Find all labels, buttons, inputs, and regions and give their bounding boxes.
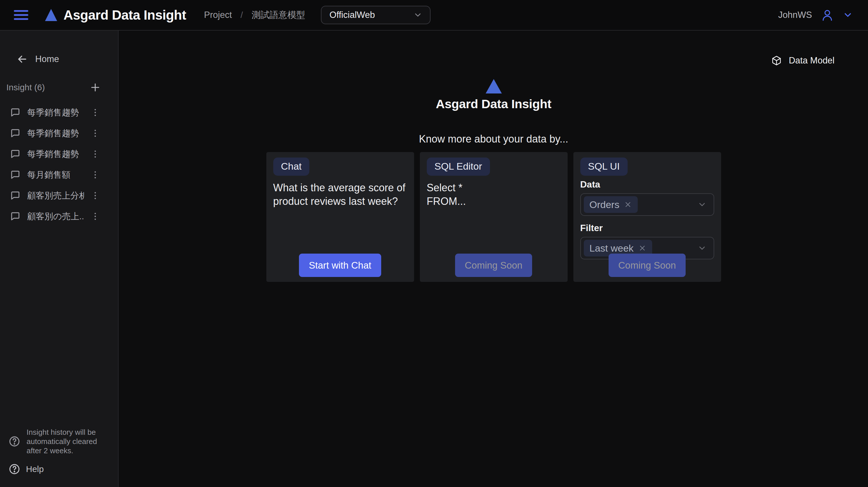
sql-line: FROM... (427, 194, 560, 208)
breadcrumb-page: 測試語意模型 (252, 9, 305, 21)
breadcrumb-project[interactable]: Project (204, 10, 232, 20)
user-name: JohnWS (778, 10, 812, 20)
breadcrumb: Project / 測試語意模型 (204, 9, 305, 21)
sidebar-item-home[interactable]: Home (16, 53, 118, 65)
chat-bubble-icon (10, 128, 21, 139)
kebab-menu-icon[interactable] (90, 212, 100, 221)
user-menu[interactable]: JohnWS (778, 8, 853, 22)
history-note-row: Insight history will be automatically cl… (8, 428, 110, 455)
remove-tag-icon[interactable] (624, 200, 632, 208)
hero: Asgard Data Insight Know more about your… (119, 31, 868, 282)
insight-list: 每季銷售趨勢 每季銷售趨勢 每季銷售趨勢 每月銷售額 顧客別売上分析 顧客別の売… (0, 102, 118, 227)
remove-tag-icon[interactable] (638, 244, 646, 252)
arrow-left-icon (16, 53, 28, 65)
app-logo-triangle-icon (45, 9, 57, 21)
insight-item-label: 顧客別の売上... (27, 210, 84, 222)
chevron-down-icon (843, 10, 853, 20)
chat-bubble-icon (10, 190, 21, 201)
top-navbar: Asgard Data Insight Project / 測試語意模型 Off… (0, 0, 868, 31)
person-icon (821, 8, 834, 22)
question-circle-icon (8, 463, 21, 476)
home-label: Home (35, 54, 59, 64)
sql-editor-coming-soon-button[interactable]: Coming Soon (455, 254, 532, 277)
hamburger-menu-icon[interactable] (14, 9, 28, 21)
sql-ui-coming-soon-button[interactable]: Coming Soon (609, 254, 686, 277)
insight-item-label: 每季銷售趨勢 (27, 148, 84, 160)
chat-bubble-icon (10, 107, 21, 118)
help-button[interactable]: Help (8, 463, 110, 476)
hero-subtitle: Know more about your data by... (119, 133, 868, 145)
data-field-label: Data (580, 179, 714, 190)
insight-item-label: 顧客別売上分析 (27, 190, 84, 202)
insight-list-item[interactable]: 每季銷售趨勢 (0, 102, 118, 123)
insight-list-item[interactable]: 顧客別の売上... (0, 206, 118, 227)
app-title: Asgard Data Insight (63, 7, 186, 23)
insight-list-item[interactable]: 每月銷售額 (0, 164, 118, 185)
chat-bubble-icon (10, 169, 21, 180)
start-with-chat-button[interactable]: Start with Chat (299, 254, 381, 277)
data-tag-label: Orders (590, 199, 620, 210)
card-badge: SQL Editor (427, 158, 490, 176)
card-chat: Chat What is the average score of produc… (266, 152, 414, 282)
project-select-value: OfficialWeb (330, 10, 375, 20)
main-content: Data Model Asgard Data Insight Know more… (119, 31, 868, 487)
project-select[interactable]: OfficialWeb (321, 6, 431, 24)
history-note: Insight history will be automatically cl… (27, 428, 104, 455)
filter-tag-label: Last week (590, 242, 634, 254)
hero-logo-triangle-icon (486, 79, 502, 94)
sidebar-footer: Insight history will be automatically cl… (0, 428, 118, 487)
insight-list-item[interactable]: 每季銷售趨勢 (0, 144, 118, 164)
kebab-menu-icon[interactable] (90, 191, 100, 200)
chat-bubble-icon (10, 149, 21, 160)
chat-example-question: What is the average score of product rev… (273, 181, 406, 208)
chat-bubble-icon (10, 211, 21, 222)
chevron-down-icon (698, 200, 707, 209)
chevron-down-icon (698, 244, 707, 253)
insight-item-label: 每月銷售額 (27, 169, 84, 181)
breadcrumb-separator: / (241, 10, 243, 20)
sql-line: Select * (427, 181, 560, 194)
hero-title: Asgard Data Insight (119, 97, 868, 111)
insight-item-label: 每季銷售趨勢 (27, 107, 84, 119)
option-cards: Chat What is the average score of produc… (119, 152, 868, 282)
question-circle-icon (8, 435, 21, 448)
help-label: Help (26, 464, 44, 474)
insight-count-label: Insight (6) (6, 83, 45, 92)
kebab-menu-icon[interactable] (90, 170, 100, 180)
chevron-down-icon (413, 10, 423, 20)
data-model-button[interactable]: Data Model (771, 55, 835, 66)
insight-item-label: 每季銷售趨勢 (27, 128, 84, 139)
insight-list-item[interactable]: 每季銷售趨勢 (0, 123, 118, 144)
card-badge: Chat (273, 158, 310, 176)
insight-section-header: Insight (6) (6, 82, 101, 94)
data-tag: Orders (584, 196, 638, 213)
data-select[interactable]: Orders (580, 193, 714, 216)
add-insight-button[interactable] (89, 82, 101, 94)
cube-icon (771, 55, 782, 66)
filter-field-label: Filter (580, 223, 714, 233)
sql-example: Select * FROM... (427, 181, 560, 208)
card-badge: SQL UI (580, 158, 628, 176)
card-sql-ui: SQL UI Data Orders Filter Last week (574, 152, 721, 282)
card-sql-editor: SQL Editor Select * FROM... Coming Soon (420, 152, 568, 282)
insight-list-item[interactable]: 顧客別売上分析 (0, 185, 118, 206)
data-model-label: Data Model (788, 55, 835, 66)
kebab-menu-icon[interactable] (90, 108, 100, 118)
kebab-menu-icon[interactable] (90, 149, 100, 159)
kebab-menu-icon[interactable] (90, 128, 100, 138)
sidebar: Home Insight (6) 每季銷售趨勢 每季銷售趨勢 每季銷售趨勢 每月… (0, 31, 119, 487)
